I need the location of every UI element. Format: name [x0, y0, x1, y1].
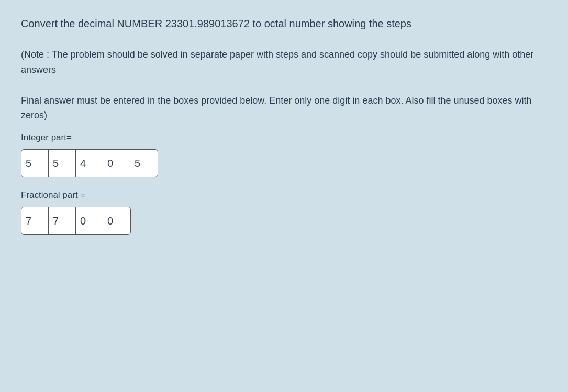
integer-digit-2[interactable]: 4	[76, 150, 103, 177]
integer-digit-row: 55405	[21, 149, 547, 177]
fractional-digit-box-wrapper: 7700	[21, 207, 131, 235]
instruction-text: Final answer must be entered in the boxe…	[21, 93, 547, 124]
integer-part-label: Integer part=	[21, 132, 547, 143]
fractional-digit-3[interactable]: 0	[103, 207, 130, 234]
main-container: Convert the decimal NUMBER 23301.9890136…	[0, 0, 568, 263]
fractional-digit-row: 7700	[21, 207, 547, 235]
fractional-digit-0[interactable]: 7	[21, 207, 49, 234]
fractional-digit-2[interactable]: 0	[76, 207, 103, 234]
integer-digit-4[interactable]: 5	[130, 150, 158, 177]
note-text: (Note : The problem should be solved in …	[21, 47, 547, 77]
integer-digit-1[interactable]: 5	[49, 150, 76, 177]
integer-digit-box-wrapper: 55405	[21, 149, 158, 177]
fractional-digit-1[interactable]: 7	[49, 207, 76, 234]
fractional-part-label: Fractional part =	[21, 190, 547, 200]
question-title: Convert the decimal NUMBER 23301.9890136…	[21, 16, 547, 31]
integer-digit-3[interactable]: 0	[103, 150, 130, 177]
integer-digit-0[interactable]: 5	[21, 150, 49, 177]
